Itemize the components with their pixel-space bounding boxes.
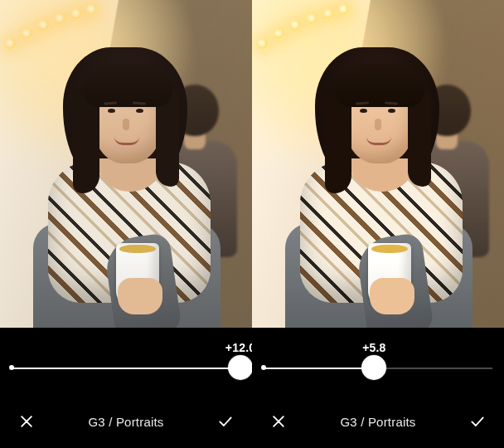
editor-panel-left: +12.0 G3 / Portraits [0, 0, 252, 448]
slider-handle[interactable] [361, 355, 386, 380]
slider-track [12, 368, 240, 369]
slider-track-filled [12, 368, 240, 369]
slider-value-label: +5.8 [362, 341, 385, 354]
slider-value-label: +12.0 [225, 341, 255, 354]
controls-left: +12.0 G3 / Portraits [0, 328, 252, 448]
photo-preview[interactable] [0, 0, 252, 328]
photo-preview[interactable] [252, 0, 504, 328]
confirm-button[interactable] [466, 410, 489, 433]
check-icon [469, 413, 486, 430]
slider-handle[interactable] [228, 355, 253, 380]
slider-track-empty [374, 368, 492, 369]
close-icon [270, 413, 287, 430]
scene-subject [270, 29, 469, 328]
slider-zero-marker [9, 365, 14, 370]
controls-right: +5.8 G3 / Portraits [252, 328, 504, 448]
editor-panel-right: +5.8 G3 / Portraits [252, 0, 504, 448]
confirm-button[interactable] [214, 410, 237, 433]
action-bar: G3 / Portraits [252, 410, 504, 433]
cancel-button[interactable] [15, 410, 38, 433]
close-icon [18, 413, 35, 430]
scene-subject [18, 29, 217, 328]
check-icon [217, 413, 234, 430]
preset-name-label[interactable]: G3 / Portraits [290, 415, 466, 429]
slider-zero-marker [261, 365, 266, 370]
intensity-slider[interactable]: +5.8 [264, 343, 492, 379]
cancel-button[interactable] [267, 410, 290, 433]
slider-track-filled [264, 368, 374, 369]
intensity-slider[interactable]: +12.0 [12, 343, 240, 379]
action-bar: G3 / Portraits [0, 410, 252, 433]
preset-name-label[interactable]: G3 / Portraits [38, 415, 214, 429]
comparison-stage: +12.0 G3 / Portraits [0, 0, 504, 448]
